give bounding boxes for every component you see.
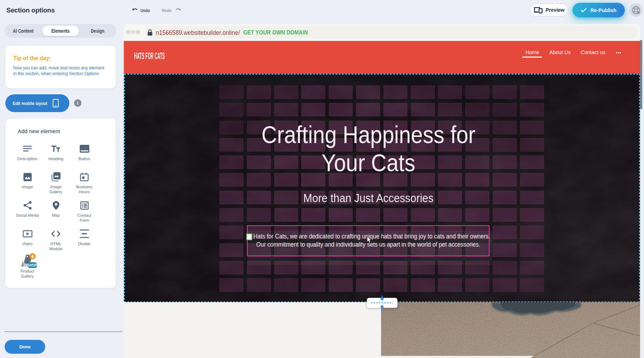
svg-text:SHOP: SHOP: [27, 263, 37, 267]
